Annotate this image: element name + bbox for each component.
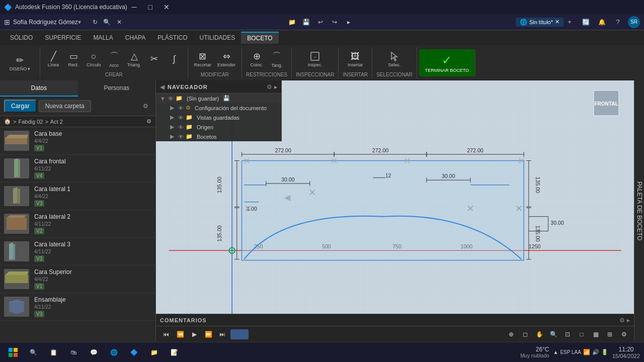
widgets-btn[interactable]: 📋	[44, 343, 62, 361]
tri-btn[interactable]: △Triang.	[125, 50, 143, 68]
weather-widget[interactable]: 26°C Muy nublado	[520, 346, 549, 358]
view-icon[interactable]: ◻	[519, 328, 531, 340]
nav-close-icon[interactable]: ▸	[274, 83, 277, 90]
file-item[interactable]: Cara frontal 4/11/22 V4	[0, 155, 155, 183]
more-icon[interactable]: ▸	[343, 16, 355, 28]
tree-root-eye[interactable]: 👁	[168, 96, 174, 102]
fusion360-btn[interactable]: 🔷	[125, 343, 143, 361]
minimize-button[interactable]: ─	[127, 2, 141, 12]
tangent-btn[interactable]: ⌒Tang.	[268, 49, 286, 69]
viewcube[interactable]: FRONTAL	[589, 85, 619, 116]
circle-btn[interactable]: ○Círculo	[85, 50, 103, 68]
panel-settings-icon[interactable]: ⚙	[139, 100, 151, 112]
coinc-btn[interactable]: ⊕Coinc.	[248, 50, 266, 68]
grid-icon[interactable]: ⊞	[4, 18, 10, 26]
refresh-icon[interactable]: ↻	[89, 16, 101, 28]
finish-sketch-btn[interactable]: ✓ TERMINAR BOCETO	[423, 52, 471, 74]
save-icon[interactable]: 💾	[300, 16, 312, 28]
start-btn[interactable]	[4, 343, 22, 361]
tab-malla[interactable]: MALLA	[87, 32, 119, 43]
undo-icon[interactable]: ↩	[314, 16, 327, 28]
search-taskbar-btn[interactable]: 🔍	[24, 343, 42, 361]
connection-icon[interactable]: 🔄	[580, 16, 592, 28]
arc-btn[interactable]: ⌒Arco	[105, 49, 123, 69]
folder-icon[interactable]: 📁	[286, 16, 298, 28]
scissors-btn[interactable]: ✂	[145, 52, 164, 66]
extend-btn[interactable]: ⇔Extender	[215, 50, 237, 68]
tree-item-bocetos[interactable]: ▶ 👁 📁 Bocetos	[156, 132, 281, 141]
tab-superficie[interactable]: SUPERFICIE	[39, 32, 87, 43]
tab-datos[interactable]: Datos	[0, 80, 78, 97]
word-btn[interactable]: 📝	[165, 343, 183, 361]
bc-folder2[interactable]: Act 2	[50, 119, 63, 125]
file-item[interactable]: Cara lateral 2 4/11/22 V2	[0, 210, 155, 238]
rect-btn[interactable]: ▭Rect.	[64, 50, 83, 68]
display2-icon[interactable]: ▦	[590, 328, 602, 340]
insert-btn[interactable]: 🖼Insertar	[346, 50, 365, 68]
tree-item-vistas[interactable]: ▶ 👁 📁 Vistas guardadas	[156, 113, 281, 122]
chrome-btn[interactable]: 🌐	[105, 343, 123, 361]
file-item[interactable]: Ensamblaje 4/11/22 V3	[0, 293, 155, 321]
restore-button[interactable]: □	[143, 2, 157, 12]
tree-eye-vistas[interactable]: 👁	[178, 115, 184, 121]
nav-panel-toggle[interactable]: ◀	[284, 193, 290, 202]
store-btn[interactable]: 🛍	[64, 343, 83, 361]
files-btn[interactable]: 📁	[145, 343, 163, 361]
settings-btn[interactable]: ⚙	[618, 328, 630, 340]
avatar[interactable]: SR	[628, 16, 640, 28]
tree-eye-config[interactable]: 👁	[178, 105, 184, 111]
tab-chapa[interactable]: CHAPA	[119, 32, 151, 43]
tree-item-origen[interactable]: ▶ 👁 📁 Origen	[156, 122, 281, 132]
save-indicator[interactable]: 💾	[223, 95, 230, 102]
right-panel[interactable]: PALETA DE BOCETO	[634, 80, 644, 342]
dropdown-icon[interactable]: ▾	[78, 19, 81, 26]
bc-settings-icon[interactable]: ⚙	[146, 118, 151, 125]
next-btn[interactable]: ⏩	[202, 328, 214, 340]
teams-btn[interactable]: 💬	[85, 343, 103, 361]
tab-plastico[interactable]: PLÁSTICO	[151, 32, 193, 43]
file-item[interactable]: Cara base 4/4/22 V1	[0, 127, 155, 155]
play-btn[interactable]: ▶	[188, 328, 200, 340]
lang-icon[interactable]: ESP LAA	[560, 349, 581, 355]
volume-icon[interactable]: 🔊	[592, 349, 599, 355]
snap-icon[interactable]: ⊕	[505, 328, 517, 340]
close-button[interactable]: ✕	[159, 2, 174, 12]
tab-utilidades[interactable]: UTILIDADES	[194, 32, 242, 43]
file-item[interactable]: Cara lateral 1 4/4/22 V3	[0, 183, 155, 210]
doc-close[interactable]: ✕	[555, 19, 559, 25]
close-icon[interactable]: ✕	[113, 16, 125, 28]
diseno-btn[interactable]: ✏ DISEÑO▾	[8, 54, 33, 72]
search-icon[interactable]: 🔍	[101, 16, 113, 28]
user-name[interactable]: Sofía Rodríguez Gómez	[13, 19, 78, 26]
tray-arrow[interactable]: ▲	[553, 349, 558, 355]
tab-solido[interactable]: SÓLIDO	[4, 32, 39, 43]
tree-eye-origen[interactable]: 👁	[178, 124, 184, 130]
rewind-btn[interactable]: ⏮	[160, 328, 172, 340]
tree-eye-bocetos[interactable]: 👁	[178, 134, 184, 140]
spline-btn[interactable]: ∫	[166, 53, 184, 66]
timeline-marker[interactable]	[230, 329, 249, 339]
comments-expand-icon[interactable]: ▸	[627, 317, 630, 324]
add-tab-btn[interactable]: +	[564, 16, 576, 28]
pan-icon[interactable]: ✋	[533, 328, 545, 340]
zoom-icon[interactable]: 🔍	[547, 328, 559, 340]
tree-item-config[interactable]: ▶ 👁 ⚙ Configuración del documento	[156, 103, 281, 113]
notification-icon[interactable]: 🔔	[596, 16, 608, 28]
bc-folder1[interactable]: Fabdig 02	[18, 119, 43, 125]
clock[interactable]: 11:20 15/04/2022	[612, 346, 640, 359]
redo-icon[interactable]: ↪	[329, 16, 341, 28]
prev-btn[interactable]: ⏪	[174, 328, 186, 340]
cargar-btn[interactable]: Cargar	[4, 100, 37, 113]
battery-icon[interactable]: 🔋	[601, 349, 608, 355]
display3-icon[interactable]: ⊞	[604, 328, 616, 340]
fit-icon[interactable]: ⊡	[561, 328, 574, 340]
nueva-carpeta-btn[interactable]: Nueva carpeta	[39, 100, 91, 112]
comments-settings-icon[interactable]: ⚙	[619, 317, 625, 324]
wifi-icon[interactable]: 📶	[583, 349, 590, 355]
trim-btn[interactable]: ⊠Recortar	[192, 50, 214, 68]
display1-icon[interactable]: □	[576, 328, 588, 340]
tree-root-item[interactable]: ▼ 👁 📁 (Sin guardar) 💾	[156, 94, 281, 103]
inspect-btn[interactable]: ↔ Inspec.	[306, 50, 325, 68]
file-item[interactable]: Cara lateral 3 4/11/22 V3	[0, 238, 155, 265]
line-btn[interactable]: ╱Línea	[44, 50, 62, 68]
